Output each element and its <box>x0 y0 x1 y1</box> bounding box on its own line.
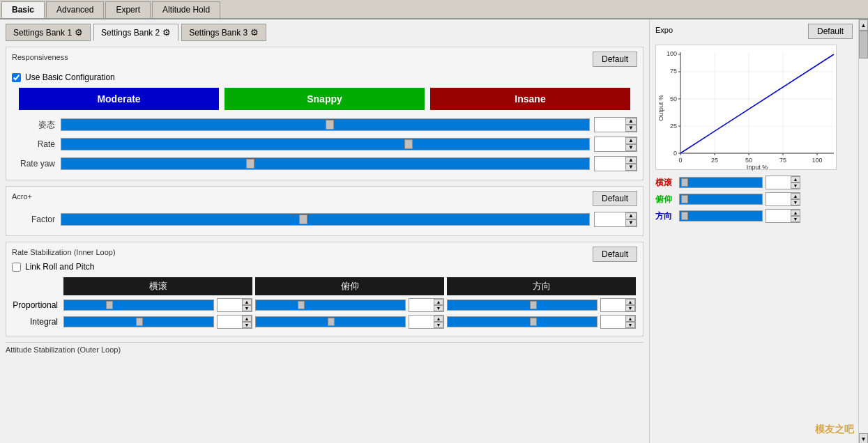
proportional-roll-slider: 30 ▲ ▼ <box>63 298 252 312</box>
spin-up-rate[interactable]: ▲ <box>625 137 637 144</box>
slider-label-factor: Factor <box>12 215 61 224</box>
rate-stab-default-btn[interactable]: Default <box>593 247 637 262</box>
spinner-input-rate[interactable]: 550 <box>595 137 625 151</box>
integral-roll-input[interactable]: 50 <box>218 316 242 327</box>
spin-down-int-yaw[interactable]: ▼ <box>625 322 635 328</box>
proportional-roll-input[interactable]: 30 <box>218 300 242 311</box>
spin-up-factor[interactable]: ▲ <box>625 212 637 219</box>
spin-up-rate-yaw[interactable]: ▲ <box>625 157 637 164</box>
expo-default-btn[interactable]: Default <box>808 24 853 39</box>
expo-spinner-yaw: 0 ▲ ▼ <box>766 209 800 223</box>
spin-up-prop-yaw[interactable]: ▲ <box>625 299 635 305</box>
expo-track-yaw[interactable] <box>679 210 763 222</box>
proportional-pitch-input[interactable]: 30 <box>409 300 434 311</box>
axis-label-yaw: 方向 <box>447 277 636 295</box>
slider-label-rate-yaw: Rate yaw <box>12 159 61 169</box>
expo-thumb-yaw[interactable] <box>681 212 688 220</box>
spin-up-prop-roll[interactable]: ▲ <box>242 299 252 305</box>
tab-expert[interactable]: Expert <box>105 1 151 18</box>
slider-track-rate-yaw[interactable] <box>61 157 590 170</box>
bank-tab-1[interactable]: Settings Bank 1 ⚙ <box>6 24 91 41</box>
spin-down-prop-pitch[interactable]: ▼ <box>434 305 443 311</box>
spin-down-expo-yaw[interactable]: ▼ <box>791 216 800 222</box>
integral-yaw-track[interactable] <box>447 316 597 327</box>
expo-input-yaw[interactable]: 0 <box>766 210 791 222</box>
integral-yaw-input[interactable]: 60 <box>601 316 625 327</box>
integral-pitch-track[interactable] <box>255 316 406 327</box>
proportional-yaw-thumb[interactable] <box>530 301 537 309</box>
svg-text:50: 50 <box>670 95 677 102</box>
proportional-yaw-track[interactable] <box>447 300 597 311</box>
integral-roll-track[interactable] <box>63 316 214 327</box>
spin-down-int-pitch[interactable]: ▼ <box>434 322 443 328</box>
proportional-pitch-track[interactable] <box>255 300 406 311</box>
link-roll-pitch-checkbox[interactable] <box>12 263 21 272</box>
expo-thumb-roll[interactable] <box>681 178 688 187</box>
spin-up-int-yaw[interactable]: ▲ <box>625 316 635 322</box>
expo-input-pitch[interactable]: 0 <box>766 194 791 205</box>
spinner-input-factor[interactable]: 40 <box>595 212 625 226</box>
spin-up-attitude[interactable]: ▲ <box>625 118 637 125</box>
slider-track-factor[interactable] <box>61 213 590 226</box>
proportional-roll-thumb[interactable] <box>106 301 113 309</box>
spin-up-expo-yaw[interactable]: ▲ <box>791 210 800 216</box>
proportional-yaw-input[interactable]: 60 <box>601 300 625 311</box>
spinner-input-attitude[interactable]: 80 <box>595 118 625 132</box>
use-basic-config-label: Use Basic Configuration <box>25 72 115 82</box>
slider-thumb-attitude[interactable] <box>326 120 334 130</box>
bank-tab-2[interactable]: Settings Bank 2 ⚙ <box>93 24 178 41</box>
spin-down-attitude[interactable]: ▼ <box>625 125 637 132</box>
scroll-up-btn[interactable]: ▲ <box>859 20 868 31</box>
spin-up-expo-pitch[interactable]: ▲ <box>791 193 800 199</box>
bank-tab-3[interactable]: Settings Bank 3 ⚙ <box>181 24 266 41</box>
slider-thumb-factor[interactable] <box>299 215 307 224</box>
spin-down-expo-pitch[interactable]: ▼ <box>791 199 800 205</box>
preset-insane-btn[interactable]: Insane <box>430 88 630 110</box>
integral-yaw-spinbtns: ▲ ▼ <box>625 316 635 328</box>
responsiveness-default-btn[interactable]: Default <box>593 52 637 67</box>
integral-yaw-thumb[interactable] <box>530 318 537 326</box>
integral-roll-thumb[interactable] <box>136 318 143 326</box>
spin-down-rate[interactable]: ▼ <box>625 144 637 151</box>
tab-altitude-hold[interactable]: Altitude Hold <box>152 1 220 18</box>
spinner-input-rate-yaw[interactable]: 300 <box>595 157 625 171</box>
preset-moderate-btn[interactable]: Moderate <box>19 88 219 110</box>
value-spinner-factor: 40 ▲ ▼ <box>594 212 637 227</box>
bank-tab-bar: Settings Bank 1 ⚙ Settings Bank 2 ⚙ Sett… <box>6 24 644 41</box>
proportional-roll-track[interactable] <box>63 300 214 311</box>
spin-up-int-pitch[interactable]: ▲ <box>434 316 443 322</box>
scroll-thumb[interactable] <box>859 31 868 59</box>
axis-label-roll: 横滚 <box>63 277 252 295</box>
svg-text:50: 50 <box>745 157 752 164</box>
expo-slider-roll: 横滚 0 ▲ ▼ <box>655 176 853 189</box>
spin-down-prop-yaw[interactable]: ▼ <box>625 305 635 311</box>
preset-snappy-btn[interactable]: Snappy <box>224 88 425 110</box>
spinner-box-attitude: 80 ▲ ▼ <box>594 117 637 132</box>
slider-track-rate[interactable] <box>61 138 590 150</box>
spin-down-factor[interactable]: ▼ <box>625 219 637 226</box>
scroll-down-btn[interactable]: ▼ <box>859 433 868 443</box>
expo-input-roll[interactable]: 0 <box>766 177 791 188</box>
use-basic-config-checkbox[interactable] <box>12 73 21 82</box>
spin-up-expo-roll[interactable]: ▲ <box>791 176 800 182</box>
spin-down-expo-roll[interactable]: ▼ <box>791 182 800 189</box>
slider-thumb-rate-yaw[interactable] <box>246 159 254 169</box>
spin-down-int-roll[interactable]: ▼ <box>242 322 252 328</box>
expo-track-roll[interactable] <box>679 177 763 188</box>
tab-basic[interactable]: Basic <box>1 1 45 18</box>
proportional-pitch-thumb[interactable] <box>298 301 305 309</box>
slider-thumb-rate[interactable] <box>404 139 413 149</box>
spin-down-prop-roll[interactable]: ▼ <box>242 305 252 311</box>
slider-track-attitude[interactable] <box>61 118 590 131</box>
scrollbar[interactable]: ▲ ▼ <box>858 20 868 443</box>
integral-pitch-thumb[interactable] <box>328 318 335 326</box>
acro-plus-default-btn[interactable]: Default <box>593 191 637 206</box>
integral-pitch-input[interactable]: 50 <box>409 316 434 327</box>
expo-track-pitch[interactable] <box>679 194 763 205</box>
spin-down-rate-yaw[interactable]: ▼ <box>625 164 637 171</box>
spin-up-int-roll[interactable]: ▲ <box>242 316 252 322</box>
integral-yaw-slider: 60 ▲ ▼ <box>447 315 636 329</box>
spin-up-prop-pitch[interactable]: ▲ <box>434 299 443 305</box>
expo-thumb-pitch[interactable] <box>681 195 688 203</box>
tab-advanced[interactable]: Advanced <box>46 1 104 18</box>
